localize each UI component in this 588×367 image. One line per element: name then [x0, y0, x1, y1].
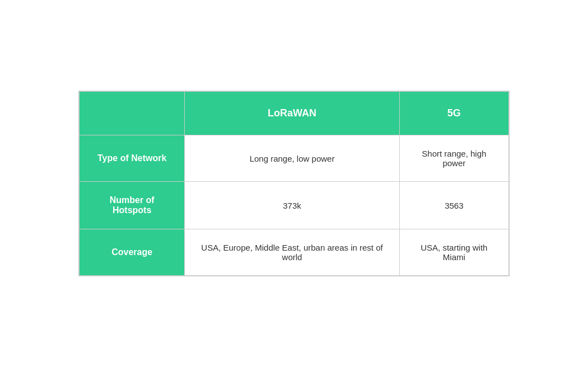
row-5g-value: USA, starting with Miami	[399, 229, 508, 276]
row-label: Type of Network	[80, 135, 185, 182]
table-row: CoverageUSA, Europe, Middle East, urban …	[80, 229, 509, 276]
table-header-row: LoRaWAN 5G	[80, 92, 509, 135]
row-lorawan-value: Long range, low power	[185, 135, 399, 182]
header-5g: 5G	[399, 92, 508, 135]
row-label: Number of Hotspots	[80, 182, 185, 229]
header-lorawan: LoRaWAN	[185, 92, 399, 135]
table-row: Type of NetworkLong range, low powerShor…	[80, 135, 509, 182]
header-empty-cell	[80, 92, 185, 135]
row-5g-value: 3563	[399, 182, 508, 229]
row-lorawan-value: 373k	[185, 182, 399, 229]
table-row: Number of Hotspots373k3563	[80, 182, 509, 229]
row-lorawan-value: USA, Europe, Middle East, urban areas in…	[185, 229, 399, 276]
row-label: Coverage	[80, 229, 185, 276]
comparison-table: LoRaWAN 5G Type of NetworkLong range, lo…	[78, 91, 510, 276]
row-5g-value: Short range, high power	[399, 135, 508, 182]
